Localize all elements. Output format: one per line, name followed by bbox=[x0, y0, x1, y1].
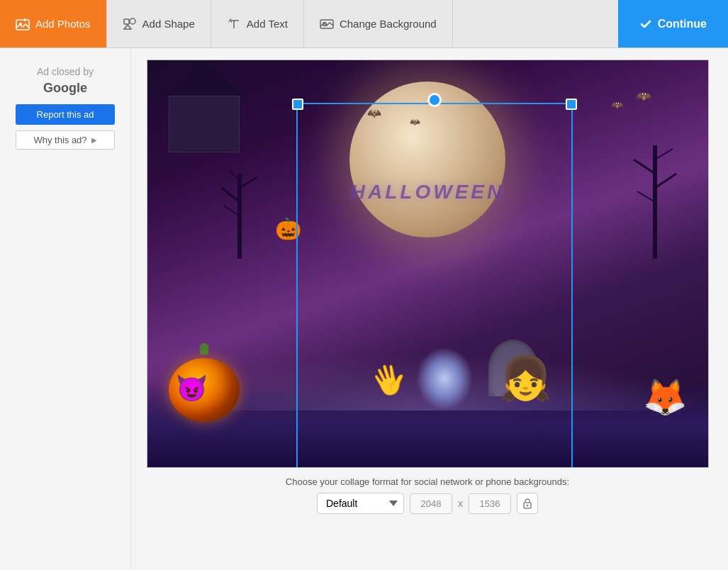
width-input[interactable] bbox=[410, 493, 452, 514]
svg-rect-0 bbox=[16, 20, 29, 30]
report-btn-label: Report this ad bbox=[37, 109, 94, 120]
format-row: Default Instagram Facebook Twitter Phone… bbox=[286, 493, 569, 514]
svg-line-18 bbox=[634, 160, 655, 174]
girl-character: 👧 bbox=[499, 353, 552, 403]
tree-right bbox=[630, 103, 680, 259]
handle-top-right[interactable] bbox=[566, 99, 577, 110]
svg-line-21 bbox=[655, 149, 673, 160]
lock-aspect-ratio-button[interactable] bbox=[517, 493, 538, 514]
svg-line-13 bbox=[222, 188, 240, 202]
why-this-ad-button[interactable]: Why this ad? ▶ bbox=[16, 130, 115, 150]
add-shape-label: Add Shape bbox=[142, 18, 195, 30]
height-input[interactable] bbox=[469, 493, 511, 514]
tree-left bbox=[218, 117, 261, 259]
ad-sidebar: Ad closed by Google Report this ad Why t… bbox=[0, 48, 131, 570]
ad-closed-text: Ad closed by Google bbox=[37, 65, 94, 97]
play-icon: ▶ bbox=[91, 136, 97, 144]
dimension-x-separator: x bbox=[458, 498, 463, 509]
bat-4: 🦇 bbox=[410, 117, 420, 127]
handle-top-middle[interactable] bbox=[427, 93, 442, 107]
add-shape-button[interactable]: Add Shape bbox=[107, 0, 211, 48]
canvas-area: Halloween bbox=[131, 48, 728, 570]
continue-button[interactable]: Continue bbox=[618, 0, 728, 48]
format-select[interactable]: Default Instagram Facebook Twitter Phone… bbox=[317, 493, 404, 514]
svg-line-14 bbox=[240, 177, 257, 188]
add-photos-icon bbox=[16, 18, 30, 30]
halloween-text-overlay: Halloween bbox=[351, 181, 504, 203]
svg-point-25 bbox=[526, 505, 528, 507]
bat-3: 🦇 bbox=[367, 106, 381, 120]
change-background-button[interactable]: Change Background bbox=[304, 0, 453, 48]
portal-glow bbox=[416, 347, 473, 410]
add-shape-icon bbox=[123, 18, 137, 30]
bat-2: 🦇 bbox=[611, 99, 623, 111]
svg-line-19 bbox=[655, 174, 676, 188]
pumpkins-background: 🎃 bbox=[275, 216, 301, 241]
report-this-ad-button[interactable]: Report this ad bbox=[16, 104, 115, 125]
bottom-bar: Choose your collage format for social ne… bbox=[286, 468, 569, 520]
toolbar: Add Photos Add Shape A Add Text bbox=[0, 0, 728, 48]
add-text-icon: A bbox=[227, 18, 241, 30]
svg-line-15 bbox=[224, 206, 240, 216]
format-description: Choose your collage format for social ne… bbox=[286, 476, 569, 487]
change-background-icon bbox=[320, 18, 334, 30]
canvas-wrapper[interactable]: Halloween bbox=[147, 60, 709, 468]
svg-point-5 bbox=[130, 18, 135, 24]
svg-rect-4 bbox=[124, 19, 129, 24]
main-content: Ad closed by Google Report this ad Why t… bbox=[0, 48, 728, 570]
ad-closed-google: Google bbox=[43, 81, 87, 95]
change-background-label: Change Background bbox=[340, 18, 437, 30]
ad-closed-line1: Ad closed by bbox=[37, 66, 94, 77]
svg-marker-6 bbox=[124, 25, 131, 29]
svg-line-20 bbox=[637, 191, 655, 202]
add-text-label: Add Text bbox=[247, 18, 288, 30]
add-photos-button[interactable]: Add Photos bbox=[0, 0, 107, 48]
canvas-background: Halloween bbox=[147, 60, 708, 467]
lock-icon bbox=[522, 498, 532, 509]
handle-top-left[interactable] bbox=[292, 99, 303, 110]
pumpkin-main: 😈 bbox=[169, 347, 240, 410]
continue-checkmark-icon bbox=[639, 18, 652, 30]
continue-label: Continue bbox=[658, 18, 707, 30]
add-photos-label: Add Photos bbox=[35, 18, 91, 30]
why-this-ad-label: Why this ad? bbox=[33, 135, 86, 145]
bat-1: 🦇 bbox=[636, 89, 651, 104]
add-text-button[interactable]: A Add Text bbox=[211, 0, 304, 48]
moon-element bbox=[349, 82, 505, 238]
animal-character: 🦊 bbox=[643, 376, 687, 418]
svg-text:A: A bbox=[228, 18, 233, 24]
